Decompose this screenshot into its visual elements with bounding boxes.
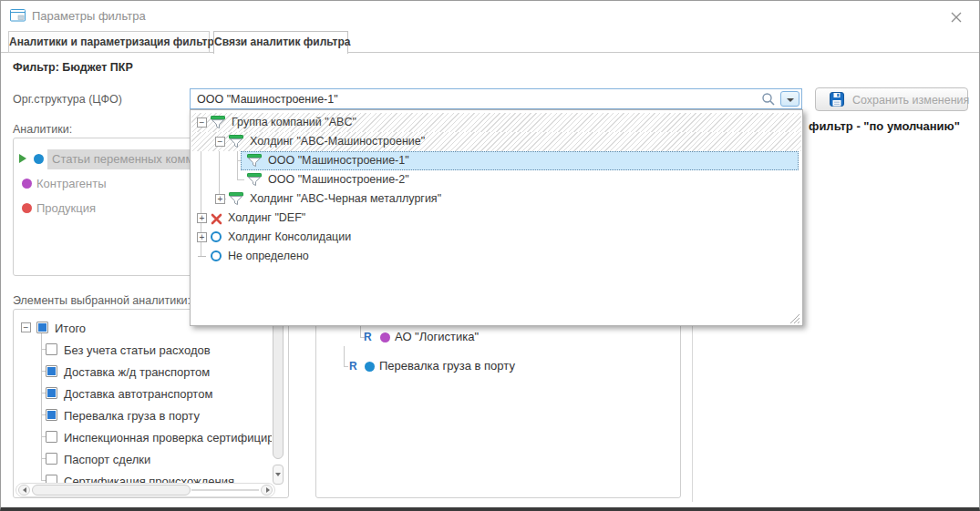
element-item-label: Паспорт сделки xyxy=(64,453,150,466)
circle-outline-icon xyxy=(211,231,222,242)
arrow-right-icon xyxy=(266,487,270,493)
dropdown-tree-item[interactable]: +Холдинг "DEF" xyxy=(191,209,801,228)
dropdown-item-label: Холдинг "ABC-Машиностроение" xyxy=(250,135,425,148)
collapse-icon[interactable]: − xyxy=(215,137,225,147)
window-app-icon xyxy=(10,9,26,22)
element-item-label: Итого xyxy=(55,322,86,335)
dropdown-tree-item[interactable]: +Холдинг Консолидации xyxy=(191,228,801,247)
close-icon[interactable] xyxy=(950,11,965,26)
dropdown-tree-item[interactable]: ООО "Машиностроение-1" xyxy=(191,151,801,170)
link-item-label: АО "Логистика" xyxy=(395,330,479,343)
chevron-down-icon xyxy=(787,98,794,102)
element-tree-item[interactable]: Инспекционная проверка сертифициро xyxy=(14,428,272,448)
link-type-badge: R xyxy=(364,331,372,343)
play-arrow-icon xyxy=(19,154,26,163)
org-structure-label: Орг.структура (ЦФО) xyxy=(13,93,122,106)
resize-grip[interactable] xyxy=(789,312,800,323)
element-tree-item[interactable]: Без учета статьи расходов xyxy=(14,341,272,361)
tab-analytics-links[interactable]: Связи аналитик фильтра xyxy=(213,31,348,54)
funnel-icon xyxy=(229,192,243,206)
funnel-icon xyxy=(247,173,262,187)
scrollbar-track xyxy=(191,489,259,491)
link-color-dot xyxy=(365,362,375,372)
save-changes-label: Сохранить изменения xyxy=(852,94,969,107)
default-filter-note: фильтр - "по умолчанию" xyxy=(809,119,960,133)
dropdown-tree-item[interactable]: Не определено xyxy=(191,247,801,266)
element-tree-item[interactable]: Паспорт сделки xyxy=(14,450,272,470)
filter-name-label: Фильтр: Бюджет ПКР xyxy=(13,61,133,74)
circle-outline-icon xyxy=(211,250,222,261)
elements-horizontal-scrollbar-thumb[interactable] xyxy=(32,485,191,496)
dropdown-item-label: Холдинг "ABC-Черная металлургия" xyxy=(250,192,441,205)
excluded-x-icon xyxy=(211,212,222,224)
dropdown-item-label: Группа компаний "ABC" xyxy=(232,116,356,128)
elements-horizontal-scrollbar[interactable] xyxy=(15,483,275,497)
element-item-label: Перевалка груза в порту xyxy=(64,409,200,423)
collapse-icon[interactable]: − xyxy=(21,322,31,332)
dropdown-tree-item[interactable]: −Группа компаний "ABC" xyxy=(191,113,801,132)
elements-label: Элементы выбранной аналитики: xyxy=(13,294,191,307)
analytics-color-dot xyxy=(34,154,44,164)
floppy-disk-icon xyxy=(830,92,844,107)
funnel-icon xyxy=(247,154,262,168)
dropdown-item-label: ООО "Машиностроение-2" xyxy=(268,173,409,186)
element-tree-item[interactable]: Доставка ж/д транспортом xyxy=(14,363,272,383)
org-structure-value: ООО "Машиностроение-1" xyxy=(197,93,338,106)
dropdown-item-label: Холдинг "DEF" xyxy=(228,211,305,224)
element-tree-item[interactable]: Доставка автотранспортом xyxy=(14,384,272,404)
save-changes-button[interactable]: Сохранить изменения xyxy=(815,87,968,111)
org-structure-dropdown: −Группа компаний "ABC"−Холдинг "ABC-Маши… xyxy=(190,109,803,326)
arrow-left-icon xyxy=(23,487,26,493)
element-item-label: Без учета статьи расходов xyxy=(64,343,211,357)
element-item-label: Доставка автотранспортом xyxy=(64,387,212,401)
checkbox-checked[interactable] xyxy=(46,365,57,377)
analytics-color-dot xyxy=(22,179,32,189)
element-tree-item[interactable]: Перевалка груза в порту xyxy=(14,406,272,426)
funnel-icon xyxy=(229,135,243,148)
element-item-label: Инспекционная проверка сертифициро xyxy=(64,431,272,445)
dropdown-item-label: Холдинг Консолидации xyxy=(228,230,351,243)
filter-parameters-dialog: Параметры фильтра Аналитики и параметриз… xyxy=(0,0,980,511)
checkbox-unchecked[interactable] xyxy=(46,343,57,355)
analytics-color-dot xyxy=(22,203,32,213)
org-structure-combobox[interactable]: ООО "Машиностроение-1" xyxy=(190,88,802,109)
collapse-icon[interactable]: − xyxy=(197,118,207,128)
expand-icon[interactable]: + xyxy=(197,232,207,242)
scroll-left-button[interactable] xyxy=(18,485,30,496)
dropdown-item-label: ООО "Машиностроение-1" xyxy=(268,154,409,167)
arrow-down-icon xyxy=(275,473,281,476)
window-title: Параметры фильтра xyxy=(32,9,146,23)
analytics-item-label: Контрагенты xyxy=(36,177,107,190)
tab-analytics-parametrization[interactable]: Аналитики и параметризация фильтра xyxy=(8,31,210,53)
funnel-icon xyxy=(211,116,225,129)
analytics-item-label: Продукция xyxy=(36,201,96,215)
elements-tree: −ИтогоБез учета статьи расходовДоставка … xyxy=(13,309,289,498)
scroll-right-button[interactable] xyxy=(261,485,273,496)
dropdown-tree-item[interactable]: ООО "Машиностроение-2" xyxy=(191,170,801,189)
checkbox-unchecked[interactable] xyxy=(46,453,57,465)
link-type-badge: R xyxy=(349,360,357,373)
link-item-label: Перевалка груза в порту xyxy=(379,359,515,373)
element-item-label: Доставка ж/д транспортом xyxy=(64,365,210,379)
dropdown-tree-item[interactable]: +Холдинг "ABC-Черная металлургия" xyxy=(191,189,801,209)
checkbox-checked[interactable] xyxy=(46,387,57,399)
analytics-item-label: Статьи переменных комм xyxy=(52,152,193,166)
dropdown-tree-item[interactable]: −Холдинг "ABC-Машиностроение" xyxy=(191,132,801,151)
link-color-dot xyxy=(380,332,390,342)
checkbox-unchecked[interactable] xyxy=(46,431,57,443)
link-tree-item[interactable]: RПеревалка груза в порту xyxy=(316,357,680,375)
checkbox-checked[interactable] xyxy=(46,409,57,421)
dropdown-item-label: Не определено xyxy=(228,250,309,262)
analytics-label: Аналитики: xyxy=(13,123,72,136)
elements-vertical-scrollbar-thumb[interactable] xyxy=(273,315,284,459)
expand-icon[interactable]: + xyxy=(197,213,207,223)
tree-leaf-dash xyxy=(198,256,206,257)
link-tree-item[interactable]: RАО "Логистика" xyxy=(316,328,680,346)
combobox-dropdown-button[interactable] xyxy=(780,91,799,107)
expand-icon[interactable]: + xyxy=(215,194,225,204)
search-icon[interactable] xyxy=(761,92,776,107)
elements-scroll-down-button[interactable] xyxy=(273,465,284,485)
checkbox-checked[interactable] xyxy=(36,322,48,333)
